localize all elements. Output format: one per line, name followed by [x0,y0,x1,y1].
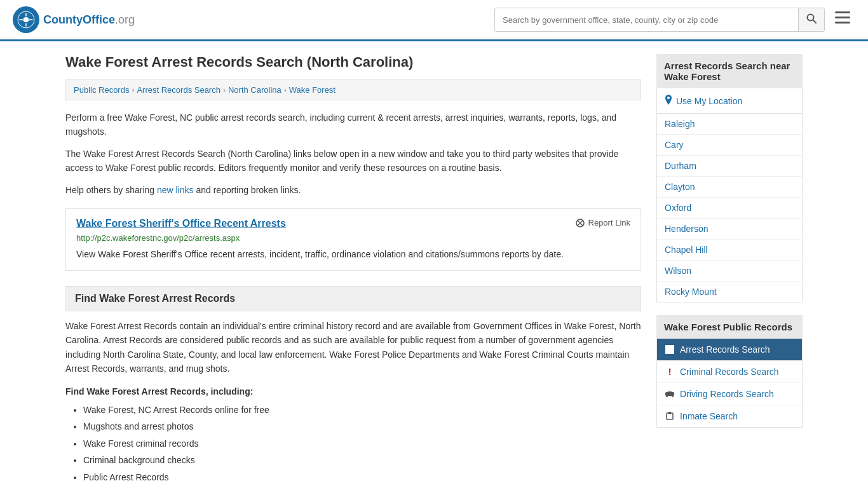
intro-paragraph-3: Help others by sharing new links and rep… [65,183,641,197]
search-input[interactable] [495,10,798,30]
logo-area: CountyOffice.org [13,6,135,33]
sidebar-location-item: Rocky Mount [657,281,802,302]
list-item: Mugshots and arrest photos [83,418,641,435]
list-item: Public Arrest Records [83,469,641,486]
svg-point-1 [24,17,29,22]
driving-record-icon [665,389,675,399]
svg-rect-14 [668,391,672,393]
sidebar-location-item: Durham [657,156,802,177]
page-title: Wake Forest Arrest Records Search (North… [65,54,641,71]
sidebar-location-rocky-mount[interactable]: Rocky Mount [657,281,802,302]
use-my-location-button[interactable]: Use My Location [656,88,803,114]
criminal-record-icon: ! [665,367,675,377]
resource-title-link[interactable]: Wake Forest Sheriff's Office Recent Arre… [76,218,286,229]
find-section-header: Find Wake Forest Arrest Records [65,286,641,311]
sidebar-nearby-title: Arrest Records Search near Wake Forest [656,54,803,88]
find-section-subheader: Find Wake Forest Arrest Records, includi… [65,386,641,396]
header-right [494,8,855,32]
search-button[interactable] [798,8,824,31]
svg-rect-16 [668,412,671,414]
breadcrumb-public-records[interactable]: Public Records [74,85,129,95]
breadcrumb-north-carolina[interactable]: North Carolina [228,85,281,95]
svg-point-10 [667,97,670,99]
sidebar-location-henderson[interactable]: Henderson [657,219,802,239]
sidebar-location-raleigh[interactable]: Raleigh [657,114,802,134]
resource-description: View Wake Forest Sheriff's Office recent… [76,248,630,261]
resource-card: Wake Forest Sheriff's Office Recent Arre… [65,208,641,271]
sidebar-location-oxford[interactable]: Oxford [657,198,802,218]
use-my-location-label: Use My Location [676,96,742,106]
sidebar: Arrest Records Search near Wake Forest U… [656,54,803,485]
main-container: Wake Forest Arrest Records Search (North… [53,41,815,488]
criminal-record-label: Criminal Records Search [680,367,779,377]
resource-card-header: Wake Forest Sheriff's Office Recent Arre… [76,218,630,229]
list-item: Wake Forest criminal records [83,435,641,452]
list-item: Wake Forest, NC Arrest Records online fo… [83,402,641,419]
svg-point-12 [666,395,668,397]
search-bar [494,8,825,32]
sidebar-location-item: Henderson [657,219,802,240]
report-link-label: Report Link [588,218,630,227]
arrest-record-icon [665,344,675,355]
new-links-link[interactable]: new links [157,185,194,195]
intro-paragraph-2: The Wake Forest Arrest Records Search (N… [65,147,641,175]
content-area: Wake Forest Arrest Records Search (North… [65,54,641,485]
header: CountyOffice.org [0,0,868,41]
sidebar-location-item: Clayton [657,177,802,198]
sidebar-record-item-inmate: Inmate Search [657,405,802,427]
breadcrumb: Public Records › Arrest Records Search ›… [65,79,641,100]
sidebar-record-item-driving: Driving Records Search [657,383,802,405]
sidebar-location-list: Raleigh Cary Durham Clayton Oxford Hende… [656,114,803,302]
sidebar-public-records-title: Wake Forest Public Records [656,315,803,339]
breadcrumb-wake-forest[interactable]: Wake Forest [289,85,336,95]
sidebar-record-arrest-link[interactable]: Arrest Records Search [657,339,802,360]
svg-rect-5 [835,17,850,18]
sidebar-record-inmate-link[interactable]: Inmate Search [657,405,802,427]
sidebar-nearby-section: Arrest Records Search near Wake Forest U… [656,54,803,302]
sidebar-location-chapel-hill[interactable]: Chapel Hill [657,240,802,260]
find-section-body: Wake Forest Arrest Records contain an in… [65,319,641,376]
sidebar-location-item: Cary [657,135,802,156]
sidebar-location-cary[interactable]: Cary [657,135,802,155]
sidebar-public-records-section: Wake Forest Public Records Arrest Record… [656,315,803,428]
hamburger-button[interactable] [830,9,855,30]
svg-rect-4 [835,11,850,13]
sidebar-record-criminal-link[interactable]: ! Criminal Records Search [657,361,802,383]
svg-line-3 [813,20,817,24]
logo-icon [13,6,39,33]
sidebar-location-item: Raleigh [657,114,802,135]
sidebar-location-durham[interactable]: Durham [657,156,802,176]
intro-paragraph-1: Perform a free Wake Forest, NC public ar… [65,111,641,139]
sidebar-records-list: Arrest Records Search ! Criminal Records… [656,339,803,428]
report-link-button[interactable]: Report Link [575,218,630,228]
sidebar-record-driving-link[interactable]: Driving Records Search [657,383,802,405]
svg-point-13 [672,395,674,397]
sidebar-location-clayton[interactable]: Clayton [657,177,802,197]
resource-url: http://p2c.wakeforestnc.gov/p2c/arrests.… [76,233,630,243]
arrest-record-label: Arrest Records Search [680,344,770,355]
breadcrumb-arrest-records[interactable]: Arrest Records Search [137,85,220,95]
find-list: Wake Forest, NC Arrest Records online fo… [65,402,641,486]
location-pin-icon [665,95,672,107]
sidebar-location-wilson[interactable]: Wilson [657,261,802,281]
inmate-record-icon [665,411,675,421]
sidebar-record-item-arrest: Arrest Records Search [657,339,802,361]
sidebar-location-item: Wilson [657,261,802,281]
logo-text: CountyOffice.org [43,13,135,27]
sidebar-location-item: Chapel Hill [657,240,802,261]
svg-rect-6 [835,22,850,24]
list-item: Criminal background checks [83,452,641,469]
sidebar-record-item-criminal: ! Criminal Records Search [657,361,802,383]
sidebar-location-item: Oxford [657,198,802,219]
driving-record-label: Driving Records Search [680,389,774,399]
inmate-record-label: Inmate Search [680,411,738,421]
